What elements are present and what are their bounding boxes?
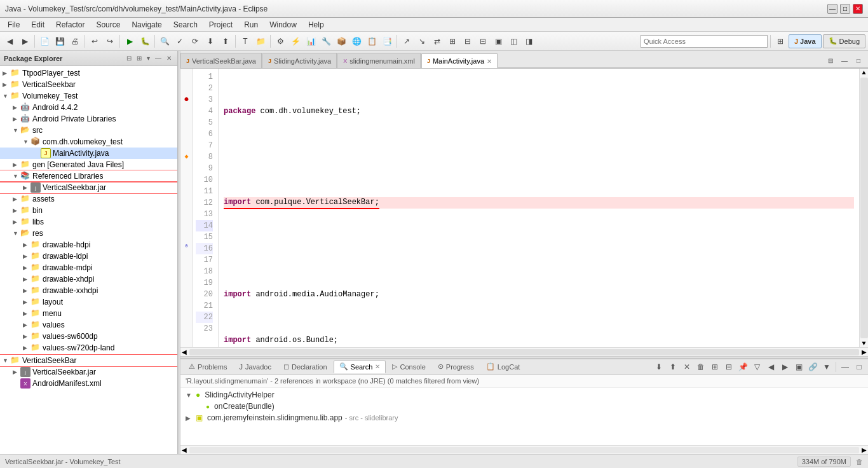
menu-navigate[interactable]: Navigate xyxy=(126,19,166,31)
tree-arrow-bin[interactable]: ▶ xyxy=(13,207,20,214)
menu-edit[interactable]: Edit xyxy=(26,19,50,31)
bottom-expand-btn[interactable]: ⊞ xyxy=(709,361,721,373)
menu-refactor[interactable]: Refactor xyxy=(51,19,90,31)
bottom-scroll-left[interactable]: ◀ xyxy=(180,446,188,454)
tree-item-verticalseekbar-project[interactable]: ▼ 📁 VerticalSeekBar xyxy=(0,355,177,366)
tool-btn-15[interactable]: ↗ xyxy=(400,34,414,48)
tab-close-search[interactable]: ✕ xyxy=(375,363,380,370)
tool-btn-11[interactable]: 📦 xyxy=(334,34,348,48)
tree-arrow-gen[interactable]: ▶ xyxy=(13,162,20,168)
tool-btn-20[interactable]: ⊟ xyxy=(476,34,490,48)
result-expand-jeremy[interactable]: ▶ xyxy=(186,415,193,422)
tool-btn-7[interactable]: ⚙ xyxy=(273,34,287,48)
bottom-minimize-btn[interactable]: — xyxy=(839,361,851,373)
tool-btn-19[interactable]: ⊟ xyxy=(461,34,475,48)
maximize-button[interactable]: □ xyxy=(840,4,850,14)
bottom-next-btn[interactable]: ⬇ xyxy=(653,361,665,373)
quick-access-input[interactable] xyxy=(644,38,764,45)
bottom-panel-scrollbar[interactable]: ◀ ▶ xyxy=(180,445,868,454)
search-toolbar-button[interactable]: 🔍 xyxy=(158,34,172,48)
tab-search[interactable]: 🔍 Search ✕ xyxy=(334,361,386,373)
scroll-left-btn[interactable]: ◀ xyxy=(180,348,188,356)
tree-arrow-mdpi[interactable]: ▶ xyxy=(23,265,31,271)
scroll-thumb[interactable] xyxy=(860,78,868,338)
debug-button[interactable]: 🐛 xyxy=(138,34,152,48)
print-button[interactable]: 🖨 xyxy=(68,34,82,48)
tree-arrow-xxhdpi[interactable]: ▶ xyxy=(23,287,31,294)
menu-search[interactable]: Search xyxy=(168,19,203,31)
bottom-prev2-btn[interactable]: ◀ xyxy=(764,361,777,373)
tab-declaration[interactable]: ◻ Declaration xyxy=(278,361,333,373)
bottom-clear-btn[interactable]: 🗑 xyxy=(695,361,707,373)
tree-arrow-values[interactable]: ▶ xyxy=(23,322,31,328)
tree-arrow-apriv[interactable]: ▶ xyxy=(13,116,20,122)
undo-button[interactable]: ↩ xyxy=(88,34,102,48)
tree-item-drawable-mdpi[interactable]: ▶ 📁 drawable-mdpi xyxy=(0,262,177,273)
tree-item-drawable-hdpi[interactable]: ▶ 📁 drawable-hdpi xyxy=(0,239,177,251)
bottom-scroll-thumb[interactable] xyxy=(189,447,859,453)
menu-window[interactable]: Window xyxy=(264,19,302,31)
result-item-sliding-helper[interactable]: ▼ ● SlidingActivityHelper xyxy=(180,389,868,401)
tree-item-android-private[interactable]: ▶ 🤖 Android Private Libraries xyxy=(0,113,177,125)
menu-file[interactable]: File xyxy=(3,19,25,31)
tool-btn-22[interactable]: ◫ xyxy=(506,34,520,48)
sidebar-minimize-btn[interactable]: — xyxy=(153,54,163,62)
perspective-icon[interactable]: ⊞ xyxy=(773,34,787,48)
tool-btn-21[interactable]: ▣ xyxy=(491,34,505,48)
run-button[interactable]: ▶ xyxy=(123,34,137,48)
tree-arrow-sw720dp[interactable]: ▶ xyxy=(23,345,31,351)
tree-arrow-hdpi[interactable]: ▶ xyxy=(23,242,31,248)
tool-btn-16[interactable]: ↘ xyxy=(415,34,429,48)
tree-item-values-sw600dp[interactable]: ▶ 📁 values-sw600dp xyxy=(0,331,177,342)
bottom-prev-btn[interactable]: ⬆ xyxy=(667,361,679,373)
tree-arrow-libs[interactable]: ▶ xyxy=(13,219,20,225)
tree-arrow-com-dh[interactable]: ▼ xyxy=(23,139,31,145)
tree-item-vsjar2[interactable]: ▶ j VerticalSeekbar.jar xyxy=(0,366,177,378)
tab-close-ma[interactable]: ✕ xyxy=(487,58,492,65)
tree-item-menu[interactable]: ▶ 📁 menu xyxy=(0,308,177,319)
tree-arrow-menu[interactable]: ▶ xyxy=(23,310,31,317)
sync-button[interactable]: ⟳ xyxy=(188,34,202,48)
tree-arrow-vsjar2[interactable]: ▶ xyxy=(13,369,20,375)
tab-vertical-seekbar[interactable]: J VerticalSeekBar.java xyxy=(180,53,262,68)
debug-perspective-button[interactable]: 🐛Debug xyxy=(823,34,865,48)
tree-item-values-sw720dp-land[interactable]: ▶ 📁 values-sw720dp-land xyxy=(0,342,177,354)
marker-button[interactable]: ✓ xyxy=(173,34,187,48)
bottom-more-btn[interactable]: ▼ xyxy=(820,361,833,373)
menu-help[interactable]: Help xyxy=(303,19,329,31)
menu-source[interactable]: Source xyxy=(91,19,125,31)
editor-scrollbar-right[interactable]: ▲ ▼ xyxy=(859,69,868,347)
tab-logcat[interactable]: 📋 LogCat xyxy=(480,361,526,373)
code-content[interactable]: package com.dh.volumekey_test; import co… xyxy=(219,69,859,347)
tree-item-verticalseekbar-jar[interactable]: ▶ j VerticalSeekbar.jar xyxy=(0,182,177,193)
bottom-filter-btn[interactable]: ▽ xyxy=(750,361,763,373)
tree-arrow-vk[interactable]: ▼ xyxy=(3,93,10,99)
tree-item-drawable-ldpi[interactable]: ▶ 📁 drawable-ldpi xyxy=(0,251,177,262)
tree-item-values[interactable]: ▶ 📁 values xyxy=(0,319,177,331)
tree-arrow-sw600dp[interactable]: ▶ xyxy=(23,333,31,340)
tree-arrow-assets[interactable]: ▶ xyxy=(13,196,20,202)
scroll-up-btn[interactable]: ▲ xyxy=(860,69,868,76)
tree-item-drawable-xxhdpi[interactable]: ▶ 📁 drawable-xxhdpi xyxy=(0,285,177,296)
menu-run[interactable]: Run xyxy=(239,19,263,31)
tree-arrow-vsproject[interactable]: ▼ xyxy=(3,357,10,364)
tab-menu-btn[interactable]: ⊟ xyxy=(824,53,837,67)
tree-item-drawable-xhdpi[interactable]: ▶ 📁 drawable-xhdpi xyxy=(0,273,177,285)
tab-console[interactable]: ▷ Console xyxy=(386,361,431,373)
tree-arrow-res[interactable]: ▼ xyxy=(13,230,20,237)
tree-item-ttpod[interactable]: ▶ 📁 TtpodPlayer_test xyxy=(0,67,177,79)
tool-btn-18[interactable]: ⊞ xyxy=(445,34,459,48)
tool-btn-8[interactable]: ⚡ xyxy=(288,34,302,48)
save-button[interactable]: 💾 xyxy=(53,34,67,48)
open-resource-button[interactable]: 📁 xyxy=(254,34,268,48)
redo-button[interactable]: ↪ xyxy=(103,34,117,48)
gc-button[interactable]: 🗑 xyxy=(856,458,863,465)
tree-arrow-src[interactable]: ▼ xyxy=(13,127,20,134)
tree-item-referenced-libs[interactable]: ▼ 📚 Referenced Libraries xyxy=(0,170,177,182)
tree-item-android442[interactable]: ▶ 🤖 Android 4.4.2 xyxy=(0,102,177,113)
tab-minimize-btn[interactable]: — xyxy=(837,53,851,67)
tool-btn-17[interactable]: ⇄ xyxy=(430,34,444,48)
tree-arrow-ttpod[interactable]: ▶ xyxy=(3,70,10,76)
tree-item-layout[interactable]: ▶ 📁 layout xyxy=(0,296,177,308)
tool-btn-14[interactable]: 📑 xyxy=(380,34,394,48)
